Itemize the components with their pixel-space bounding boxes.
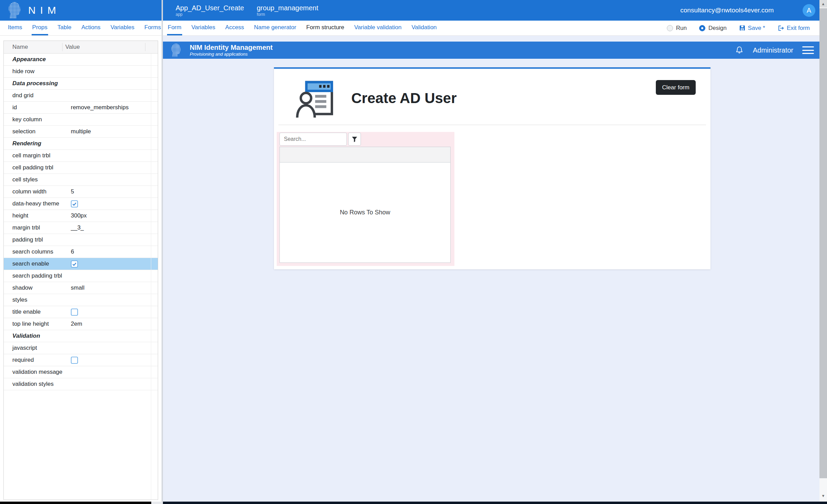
avatar[interactable]: A [803,4,815,17]
property-name: height [4,212,62,219]
property-value: 2em [62,321,158,327]
run-radio-group[interactable]: Run [667,25,687,32]
notifications-bell-icon[interactable] [735,46,744,55]
property-name: padding trbl [4,236,62,243]
property-row-search-enable[interactable]: search enable [4,258,158,270]
bottom-scroll-strip[interactable] [0,502,827,504]
property-row-column-width[interactable]: column width5 [4,186,158,198]
data-grid: No Rows To Show [279,147,451,263]
preview-subtitle: Provisioning and applications [190,52,273,57]
property-row-required[interactable]: required [4,354,158,366]
property-name: data-heavy theme [4,200,62,207]
design-radio-group[interactable]: Design [699,25,727,32]
property-name: Validation [4,333,158,339]
property-name: id [4,104,62,111]
property-row-hide-row[interactable]: hide row [4,66,158,78]
tab-main-form-structure[interactable]: Form structure [306,21,345,35]
property-value: 6 [62,248,158,255]
property-row-id[interactable]: idremove_memberships [4,102,158,114]
tab-main-form[interactable]: Form [167,21,182,35]
tab-main-validation[interactable]: Validation [411,21,437,35]
property-row-data-heavy-theme[interactable]: data-heavy theme [4,198,158,210]
tab-main-variable-validation[interactable]: Variable validation [353,21,402,35]
menu-burger-icon[interactable] [802,46,814,54]
property-row-search-padding-trbl[interactable]: search padding trbl [4,270,158,282]
design-radio[interactable] [699,25,705,31]
tab-main-variables[interactable]: Variables [191,21,216,35]
tab-left-variables[interactable]: Variables [110,21,135,35]
filter-button[interactable] [348,133,361,146]
scroll-down-arrow[interactable]: ▼ [819,492,827,500]
app-entity-title: App_AD_User_Create [176,4,244,12]
property-section-rendering[interactable]: Rendering [4,138,158,150]
preview-header-bar: NIM Identity Management Provisioning and… [163,42,819,59]
column-header-value[interactable]: Value [62,43,145,51]
property-value[interactable] [62,357,158,364]
column-header-name[interactable]: Name [4,44,62,51]
property-row-top-line-height[interactable]: top line height2em [4,318,158,330]
property-row-cell-padding-trbl[interactable]: cell padding trbl [4,162,158,174]
tab-left-props[interactable]: Props [32,21,48,35]
exit-icon [778,25,784,32]
property-name: key column [4,116,62,123]
tab-left-table[interactable]: Table [57,21,72,35]
app-window: NIM App_AD_User_Create app group_managem… [0,0,827,504]
property-value[interactable] [62,309,158,316]
properties-rows: Appearancehide rowData processingdnd gri… [4,54,158,390]
property-row-height[interactable]: height300px [4,210,158,222]
property-row-key-column[interactable]: key column [4,114,158,126]
exit-form-button[interactable]: Exit form [778,25,810,32]
property-row-cell-styles[interactable]: cell styles [4,174,158,186]
property-section-validation[interactable]: Validation [4,330,158,342]
tab-left-actions[interactable]: Actions [81,21,101,35]
property-row-title-enable[interactable]: title enable [4,306,158,318]
tab-left-forms[interactable]: Forms [144,21,162,35]
property-row-search-columns[interactable]: search columns6 [4,246,158,258]
scrollbar-thumb[interactable] [819,8,827,478]
property-row-dnd-grid[interactable]: dnd grid [4,90,158,102]
app-entity[interactable]: App_AD_User_Create app [176,4,244,17]
property-value: remove_memberships [62,104,158,111]
property-value[interactable] [62,200,158,208]
property-section-appearance[interactable]: Appearance [4,54,158,66]
property-row-cell-margin-trbl[interactable]: cell margin trbl [4,150,158,162]
grid-header-row[interactable] [280,147,450,163]
property-value[interactable] [62,260,158,268]
save-label: Save * [748,25,765,32]
grid-body: No Rows To Show [280,163,450,262]
property-row-padding-trbl[interactable]: padding trbl [4,234,158,246]
properties-panel: Name Value Appearancehide rowData proces… [3,41,158,500]
property-row-javascript[interactable]: javascript [4,342,158,354]
preview-user-label[interactable]: Administrator [753,46,793,54]
toolbar: Run Design Save * [667,21,819,35]
search-input[interactable] [279,133,347,146]
checked-checkbox-icon [71,260,78,268]
clear-form-button[interactable]: Clear form [656,80,696,95]
form-card: Create AD User Clear form No Rows To Sho… [274,67,710,269]
property-row-selection[interactable]: selectionmultiple [4,126,158,138]
create-user-form-icon [296,78,335,120]
tab-left-items[interactable]: Items [7,21,23,35]
property-row-validation-styles[interactable]: validation styles [4,378,158,390]
form-entity-title: group_management [257,4,318,12]
tab-main-access[interactable]: Access [224,21,245,35]
run-radio[interactable] [667,25,673,31]
property-row-styles[interactable]: styles [4,294,158,306]
form-entity-subtitle: form [257,12,318,17]
vertical-scrollbar[interactable]: ▲ ▼ [819,0,827,502]
tab-main-name-generator[interactable]: Name generator [253,21,297,35]
property-section-data-processing[interactable]: Data processing [4,78,158,90]
property-value: 5 [62,188,158,195]
property-value: 300px [62,212,158,219]
nim-logo-icon [6,2,22,19]
form-preview-area: NIM Identity Management Provisioning and… [163,36,819,502]
property-row-shadow[interactable]: shadowsmall [4,282,158,294]
properties-header-row: Name Value [4,41,158,54]
save-button[interactable]: Save * [739,25,765,32]
property-row-margin-trbl[interactable]: margin trbl__3_ [4,222,158,234]
nim-logo-icon [170,43,181,57]
scroll-up-arrow[interactable]: ▲ [819,0,827,8]
property-row-validation-message[interactable]: validation message [4,366,158,378]
form-entity[interactable]: group_management form [257,4,318,17]
property-name: title enable [4,309,62,315]
